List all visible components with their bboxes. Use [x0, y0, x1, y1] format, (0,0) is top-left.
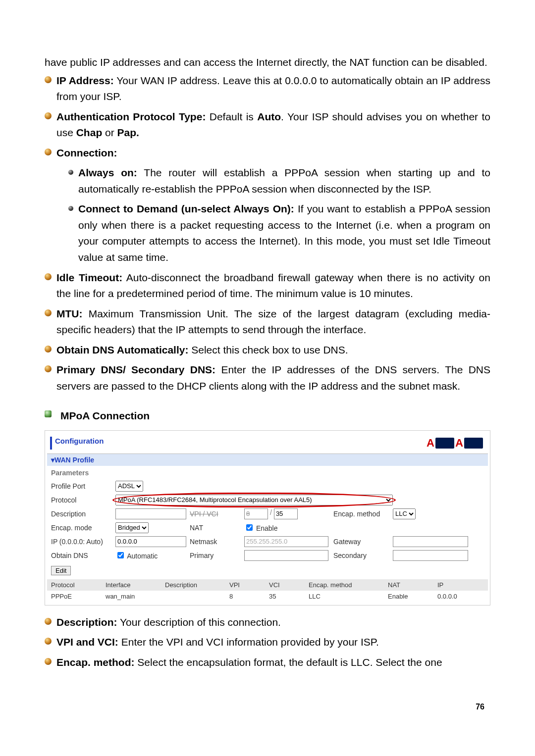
- bullet-icon: [45, 273, 52, 280]
- config-panel: Configuration AA ▾WAN Profile Parameters…: [45, 430, 490, 605]
- vci-input[interactable]: [274, 508, 298, 519]
- gateway-label: Gateway: [333, 538, 393, 546]
- obtain-dns-checkbox[interactable]: [117, 552, 124, 558]
- nat-checkbox[interactable]: [246, 524, 253, 531]
- desc-item: Description: Your description of this co…: [56, 614, 281, 631]
- section-marker-icon: [45, 410, 52, 417]
- ip-address-label: IP Address:: [56, 75, 114, 86]
- obtain-dns-item: Obtain DNS Automatically: Select this ch…: [56, 342, 348, 358]
- bullet-icon: [45, 618, 52, 625]
- bullet-icon: [45, 76, 52, 83]
- parameters-label: Parameters: [47, 466, 488, 480]
- mtu-item: MTU: Maximum Transmission Unit. The size…: [56, 306, 490, 338]
- bullet-icon: [45, 658, 52, 665]
- config-title: Configuration: [50, 437, 104, 450]
- encap-method-label: Encap. method: [333, 510, 393, 518]
- profile-table-header: Protocol Interface Description VPI VCI E…: [47, 579, 488, 591]
- bullet-icon: [45, 346, 52, 353]
- connection-item: Connection:: [56, 145, 117, 161]
- ip-address-text: Your WAN IP address. Leave this at 0.0.0…: [56, 75, 490, 102]
- edit-button[interactable]: Edit: [51, 566, 71, 575]
- nat-label: NAT: [190, 524, 244, 532]
- profile-port-select[interactable]: ADSL: [115, 481, 143, 492]
- page-number: 76: [45, 703, 490, 711]
- bullet-icon: [45, 638, 52, 645]
- encap-mode-select[interactable]: Bridged: [115, 522, 149, 533]
- ip-input[interactable]: [115, 536, 186, 547]
- encap-mode-label: Encap. mode: [51, 524, 115, 532]
- bullet-icon: [45, 309, 52, 316]
- connect-to-demand-item: Connect to Demand (un-select Always On):…: [78, 201, 490, 265]
- connection-label: Connection:: [56, 147, 117, 158]
- protocol-label: Protocol: [51, 496, 115, 504]
- vpi-input[interactable]: [244, 508, 268, 519]
- ip-label: IP (0.0.0.0: Auto): [51, 538, 115, 546]
- always-on-item: Always on: The router will establish a P…: [78, 165, 490, 197]
- vpi-vci-label: VPI / VCI: [190, 510, 244, 518]
- netmask-label: Netmask: [190, 538, 244, 546]
- secondary-dns-input[interactable]: [393, 550, 468, 561]
- profile-table-row[interactable]: PPPoE wan_main 8 35 LLC Enable 0.0.0.0: [47, 591, 488, 602]
- encap-method-item: Encap. method: Select the encapsulation …: [56, 655, 442, 671]
- gateway-input[interactable]: [393, 536, 468, 547]
- secondary-dns-label: Secondary: [333, 552, 393, 559]
- profile-port-label: Profile Port: [51, 482, 115, 490]
- auth-label: Authentication Protocol Type:: [56, 111, 206, 122]
- protocol-select[interactable]: MPoA (RFC1483/RFC2684, Multiprotocol Enc…: [115, 495, 393, 505]
- mpoa-heading: MPoA Connection: [60, 408, 150, 424]
- bullet-icon: [45, 365, 52, 372]
- bullet-icon: [45, 112, 52, 119]
- sub-bullet-icon: [68, 206, 73, 211]
- primary-dns-item: Primary DNS/ Secondary DNS: Enter the IP…: [56, 362, 490, 394]
- vpi-vci-item: VPI and VCI: Enter the VPI and VCI infor…: [56, 634, 379, 651]
- netmask-input[interactable]: [244, 536, 328, 547]
- intro-paragraph: have public IP addresses and can access …: [45, 54, 490, 71]
- primary-dns-input[interactable]: [244, 550, 328, 561]
- wan-profile-tab[interactable]: ▾WAN Profile: [47, 454, 488, 466]
- primary-dns-label: Primary: [190, 552, 244, 559]
- auth-item: Authentication Protocol Type: Default is…: [56, 109, 490, 141]
- brand-logo: AA: [427, 437, 486, 450]
- ip-address-item: IP Address: Your WAN IP address. Leave t…: [56, 73, 490, 105]
- bullet-icon: [45, 149, 52, 155]
- description-input[interactable]: [115, 508, 186, 519]
- sub-bullet-icon: [68, 170, 73, 175]
- description-label: Description: [51, 510, 115, 518]
- encap-method-select[interactable]: LLC: [393, 508, 416, 519]
- obtain-dns-label: Obtain DNS: [51, 552, 115, 559]
- idle-timeout-item: Idle Timeout: Auto-disconnect the broadb…: [56, 270, 490, 302]
